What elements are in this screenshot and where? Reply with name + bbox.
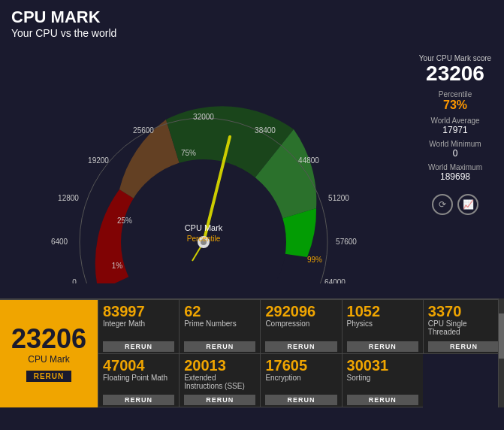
physics-value: 1052 — [347, 303, 418, 319]
svg-text:99%: 99% — [306, 256, 321, 264]
fp-math-value: 47004 — [103, 357, 174, 374]
main-score-cell: 23206 CPU Mark RERUN — [0, 300, 98, 407]
encryption-name: Encryption — [265, 374, 337, 394]
right-panel: Your CPU Mark score 23206 Percentile 73%… — [406, 43, 504, 298]
physics-name: Physics — [347, 319, 418, 340]
svg-text:12800: 12800 — [58, 194, 79, 202]
gauge-svg: 0 6400 12800 19200 25600 32000 38400 448… — [46, 58, 361, 283]
world-max-label: World Maximum — [414, 163, 496, 171]
prime-value: 62 — [184, 303, 255, 319]
encryption-rerun[interactable]: RERUN — [265, 395, 337, 405]
scrollbar[interactable] — [498, 298, 504, 407]
world-avg-label: World Average — [414, 117, 496, 125]
svg-text:64000: 64000 — [324, 278, 346, 283]
svg-text:6400: 6400 — [50, 238, 68, 246]
page-title: CPU MARK — [11, 8, 493, 27]
svg-text:CPU Mark: CPU Mark — [184, 223, 222, 232]
sse-rerun[interactable]: RERUN — [184, 395, 255, 405]
metric-cell-fp-math: 47004 Floating Point Math RERUN — [98, 354, 179, 408]
single-thread-value: 3370 — [428, 303, 499, 319]
metric-cell-physics: 1052 Physics RERUN — [342, 300, 423, 354]
svg-text:1%: 1% — [111, 262, 122, 270]
metric-cell-prime: 62 Prime Numbers RERUN — [179, 300, 260, 354]
main-rerun-button[interactable]: RERUN — [26, 371, 72, 382]
metric-cell-single-thread: 3370 CPU Single Threaded RERUN — [423, 300, 504, 354]
single-thread-rerun[interactable]: RERUN — [428, 341, 499, 352]
encryption-value: 17605 — [265, 357, 337, 374]
physics-rerun[interactable]: RERUN — [347, 341, 418, 352]
refresh-icon[interactable]: ⟳ — [432, 194, 453, 215]
single-thread-name: CPU Single Threaded — [428, 319, 499, 340]
sorting-name: Sorting — [347, 374, 418, 394]
svg-text:0: 0 — [72, 278, 77, 283]
fp-math-name: Floating Point Math — [103, 374, 174, 394]
compression-rerun[interactable]: RERUN — [265, 341, 337, 352]
main-score-value: 23206 — [11, 326, 86, 353]
metric-cell-sorting: 30031 Sorting RERUN — [342, 354, 423, 408]
svg-text:Percentile: Percentile — [186, 235, 220, 243]
compression-name: Compression — [265, 319, 337, 340]
metric-cell-integer-math: 83997 Integer Math RERUN — [98, 300, 179, 354]
main-area: 0 6400 12800 19200 25600 32000 38400 448… — [0, 43, 504, 298]
sse-value: 20013 — [184, 357, 255, 374]
prime-name: Prime Numbers — [184, 319, 255, 340]
svg-text:19200: 19200 — [88, 156, 109, 165]
integer-math-name: Integer Math — [103, 319, 174, 340]
svg-text:38400: 38400 — [255, 126, 276, 135]
sorting-value: 30031 — [347, 357, 418, 374]
scrollbar-thumb[interactable] — [499, 313, 504, 359]
metric-cell-sse: 20013 Extended Instructions (SSE) RERUN — [179, 354, 260, 408]
svg-text:57600: 57600 — [336, 238, 357, 246]
sorting-rerun[interactable]: RERUN — [347, 395, 418, 405]
fp-math-rerun[interactable]: RERUN — [103, 395, 174, 405]
bottom-grid: 23206 CPU Mark RERUN 83997 Integer Math … — [0, 298, 504, 407]
compression-value: 292096 — [265, 303, 337, 319]
svg-text:51200: 51200 — [328, 194, 349, 202]
chart-icon[interactable]: 📈 — [457, 194, 478, 215]
world-min-value: 0 — [414, 148, 496, 159]
page-subtitle: Your CPU vs the world — [11, 27, 493, 39]
integer-math-value: 83997 — [103, 303, 174, 319]
world-max-value: 189698 — [414, 171, 496, 182]
main-score-label: CPU Mark — [28, 354, 69, 365]
world-min-label: World Minimum — [414, 140, 496, 148]
gauge-area: 0 6400 12800 19200 25600 32000 38400 448… — [0, 43, 406, 298]
sse-name: Extended Instructions (SSE) — [184, 374, 255, 394]
svg-text:32000: 32000 — [193, 113, 214, 121]
percentile-label: Percentile — [414, 90, 496, 98]
svg-text:25600: 25600 — [133, 126, 154, 135]
cpu-mark-score: 23206 — [414, 62, 496, 86]
svg-text:44800: 44800 — [298, 156, 319, 165]
world-avg-value: 17971 — [414, 125, 496, 135]
metric-cell-compression: 292096 Compression RERUN — [260, 300, 341, 354]
percentile-value: 73% — [414, 98, 496, 112]
header: CPU MARK Your CPU vs the world — [0, 0, 504, 43]
svg-text:75%: 75% — [180, 149, 195, 157]
metric-cell-encryption: 17605 Encryption RERUN — [260, 354, 341, 408]
svg-text:25%: 25% — [116, 217, 131, 225]
integer-math-rerun[interactable]: RERUN — [103, 341, 174, 352]
prime-rerun[interactable]: RERUN — [184, 341, 255, 352]
empty-cell — [423, 354, 504, 408]
